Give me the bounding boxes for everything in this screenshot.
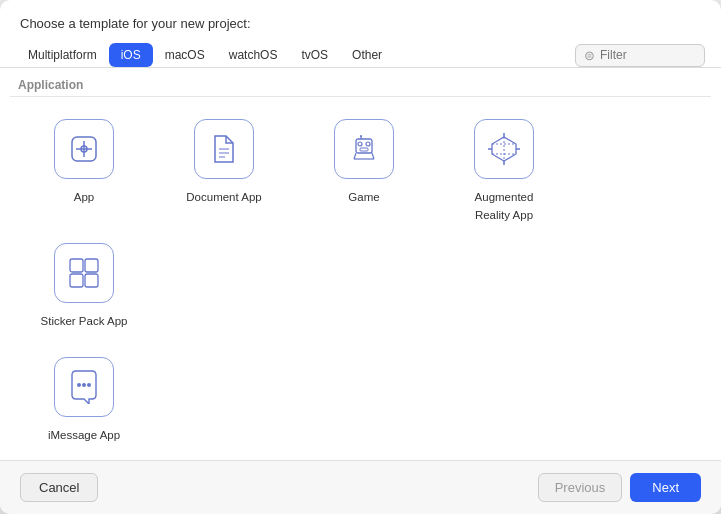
document-app-label-box: Document App <box>186 187 261 205</box>
filter-input[interactable] <box>600 48 690 62</box>
svg-line-11 <box>372 153 374 159</box>
svg-point-25 <box>77 383 81 387</box>
sticker-pack-icon-box <box>54 243 114 303</box>
template-document-app[interactable]: Document App <box>154 109 294 233</box>
document-app-icon-box <box>194 119 254 179</box>
ar-app-icon-box <box>474 119 534 179</box>
section-application: Application App <box>10 68 711 460</box>
tab-other[interactable]: Other <box>340 43 394 67</box>
svg-point-9 <box>360 135 362 137</box>
application-grid: App Document Ap <box>10 101 711 347</box>
template-sticker-pack[interactable]: Sticker Pack App <box>14 233 154 339</box>
svg-point-7 <box>366 142 370 146</box>
game-icon-box <box>334 119 394 179</box>
next-button[interactable]: Next <box>630 473 701 502</box>
svg-point-6 <box>358 142 362 146</box>
svg-point-26 <box>82 383 86 387</box>
header-title: Choose a template for your new project: <box>20 16 251 31</box>
ar-app-label: AugmentedReality App <box>475 191 534 221</box>
tab-ios[interactable]: iOS <box>109 43 153 67</box>
tab-tvos[interactable]: tvOS <box>289 43 340 67</box>
cancel-button[interactable]: Cancel <box>20 473 98 502</box>
game-label: Game <box>348 191 379 203</box>
svg-line-10 <box>354 153 356 159</box>
dialog-header: Choose a template for your new project: <box>0 0 721 39</box>
game-label-box: Game <box>348 187 379 205</box>
app-icon-box <box>54 119 114 179</box>
app-label: App <box>74 191 94 203</box>
document-app-label: Document App <box>186 191 261 203</box>
imessage-app-icon-box <box>54 357 114 417</box>
svg-rect-22 <box>85 259 98 272</box>
imessage-app-label-box: iMessage App <box>48 425 120 443</box>
ar-app-icon <box>486 131 522 167</box>
content-area: Application App <box>0 68 721 460</box>
filter-box: ⊜ <box>575 44 705 67</box>
filter-icon: ⊜ <box>584 48 595 63</box>
svg-rect-21 <box>70 259 83 272</box>
app-label-box: App <box>74 187 94 205</box>
template-game[interactable]: Game <box>294 109 434 233</box>
app-icon <box>68 133 100 165</box>
previous-button[interactable]: Previous <box>538 473 623 502</box>
template-ar-app[interactable]: AugmentedReality App <box>434 109 574 233</box>
svg-point-27 <box>87 383 91 387</box>
dialog: Choose a template for your new project: … <box>0 0 721 514</box>
tabs-bar: Multiplatform iOS macOS watchOS tvOS Oth… <box>0 39 721 68</box>
application-grid-row2: iMessage App <box>10 347 711 460</box>
svg-rect-23 <box>70 274 83 287</box>
template-imessage-app[interactable]: iMessage App <box>14 347 154 453</box>
ar-app-label-box: AugmentedReality App <box>475 187 534 223</box>
sticker-pack-icon <box>66 255 102 291</box>
tab-watchos[interactable]: watchOS <box>217 43 290 67</box>
footer: Cancel Previous Next <box>0 460 721 514</box>
sticker-pack-label: Sticker Pack App <box>41 315 128 327</box>
sticker-pack-label-box: Sticker Pack App <box>41 311 128 329</box>
document-app-icon <box>208 132 240 166</box>
svg-rect-24 <box>85 274 98 287</box>
section-application-label: Application <box>10 68 711 97</box>
game-icon <box>346 131 382 167</box>
svg-rect-13 <box>360 148 368 151</box>
tab-macos[interactable]: macOS <box>153 43 217 67</box>
tab-multiplatform[interactable]: Multiplatform <box>16 43 109 67</box>
template-app[interactable]: App <box>14 109 154 233</box>
imessage-app-icon <box>67 370 101 404</box>
imessage-app-label: iMessage App <box>48 429 120 441</box>
